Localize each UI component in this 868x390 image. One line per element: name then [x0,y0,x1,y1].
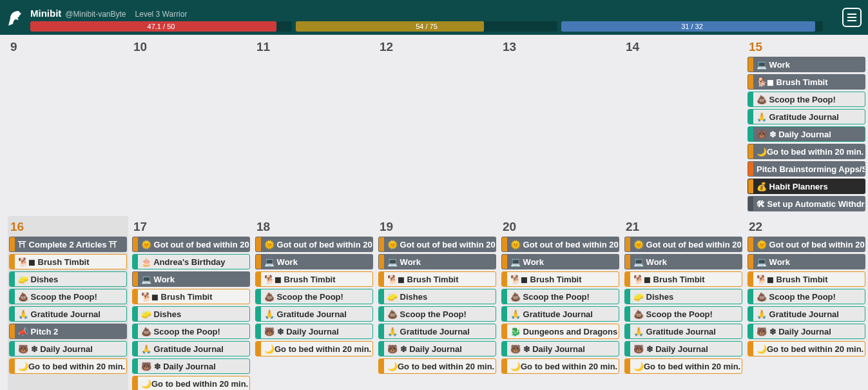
task-item[interactable]: 💩 Scoop the Poop! [624,306,742,322]
task-stripe [625,237,630,251]
task-item[interactable]: 🌞 Got out of bed within 20 ... [255,237,373,252]
task-label: 🙏 Gratitude Journal [630,327,742,336]
calendar: 9101112131415💻 Work🐕◼ Brush Timbit💩 Scoo… [0,35,868,390]
task-item[interactable]: 🌙Go to bed within 20 min. ... [501,358,619,374]
task-item[interactable]: 🌞 Got out of bed within 20 ... [747,237,865,252]
task-item[interactable]: 💰 Habit Planners [747,179,865,194]
task-stripe [625,272,630,286]
task-item[interactable]: 💩 Scoop the Poop! [255,289,373,304]
task-stripe [379,324,384,338]
task-label: 💩 Scoop the Poop! [384,309,496,319]
task-label: 🌞 Got out of bed within 20 ... [384,240,496,249]
task-item[interactable]: 🙏 Gratitude Journal [378,324,496,339]
task-item[interactable]: 📣 Pitch 2 [9,324,127,339]
task-stripe [748,324,753,338]
task-item[interactable]: 🌞 Got out of bed within 20 ... [132,237,250,252]
task-item[interactable]: 🐕◼ Brush Timbit [9,254,127,269]
task-item[interactable]: 💻 Work [747,254,865,269]
task-item[interactable]: 🐕◼ Brush Timbit [132,289,250,304]
task-stripe [133,307,138,321]
day-number: 12 [377,39,497,57]
task-stripe [379,272,384,286]
task-label: 💩 Scoop the Poop! [753,292,865,302]
task-stripe [256,324,261,338]
task-label: 💩 Scoop the Poop! [138,327,249,336]
task-item[interactable]: 🌞 Got out of bed within 20 ... [378,237,496,252]
task-item[interactable]: 💻 Work [501,254,619,269]
task-item[interactable]: 🙏 Gratitude Journal [132,341,250,356]
task-item[interactable]: 🐻 ❄ Daily Journal [132,358,250,374]
task-item[interactable]: 🌞 Got out of bed within 20 ... [624,237,742,252]
task-item[interactable]: 🛠 Set up Automatic Withdr... [747,196,865,211]
task-stripe [379,359,384,373]
task-item[interactable]: ⛩ Complete 2 Articles ⛩ [9,237,127,252]
task-item[interactable]: 🐕◼ Brush Timbit [378,271,496,287]
task-item[interactable]: 💻 Work [378,254,496,269]
task-label: 💰 Habit Planners [753,182,865,191]
task-item[interactable]: 🙏 Gratitude Journal [501,306,619,322]
task-item[interactable]: 💩 Scoop the Poop! [132,324,250,339]
task-item[interactable]: 🐻 ❄ Daily Journal [624,341,742,356]
task-stripe [10,272,15,286]
task-item[interactable]: 🙏 Gratitude Journal [747,109,865,124]
task-item[interactable]: 🌙Go to bed within 20 min. ... [255,341,373,356]
task-item[interactable]: 💩 Scoop the Poop! [501,289,619,304]
task-item[interactable]: 🐕◼ Brush Timbit [747,74,865,90]
task-item[interactable]: 🌙Go to bed within 20 min. ... [9,358,127,374]
xp-text: 54 / 75 [296,21,557,32]
task-item[interactable]: 🐕◼ Brush Timbit [624,271,742,287]
task-item[interactable]: 🙏 Gratitude Journal [255,306,373,322]
task-item[interactable]: 🧽 Dishes [9,271,127,287]
task-item[interactable]: 🌙Go to bed within 20 min. ... [624,358,742,374]
app-header: Minibit @Minibit-vanByte Level 3 Warrior… [0,0,868,35]
task-label: 🐕◼ Brush Timbit [507,275,619,284]
task-item[interactable]: 🐕◼ Brush Timbit [255,271,373,287]
task-item[interactable]: 🧽 Dishes [624,289,742,304]
task-label: 🙏 Gratitude Journal [507,309,619,319]
task-label: 💻 Work [384,257,496,267]
task-item[interactable]: Pitch Brainstorming Apps/S... [747,161,865,177]
task-item[interactable]: 🌙Go to bed within 20 min. ... [747,144,865,159]
day-number: 9 [8,39,128,57]
task-item[interactable]: 🐻 ❄ Daily Journal [747,324,865,339]
task-item[interactable]: 💻 Work [747,57,865,72]
task-item[interactable]: 💩 Scoop the Poop! [747,289,865,304]
task-item[interactable]: 🌙Go to bed within 20 min. ... [747,341,865,356]
task-label: 🌞 Got out of bed within 20 ... [630,240,742,249]
task-stripe [748,92,753,106]
task-item[interactable]: 🧽 Dishes [378,289,496,304]
task-label: 🐕◼ Brush Timbit [15,257,126,267]
task-item[interactable]: 🧽 Dishes [132,306,250,322]
task-item[interactable]: 💻 Work [624,254,742,269]
task-item[interactable]: 🐕◼ Brush Timbit [501,271,619,287]
task-stripe [10,359,15,373]
task-item[interactable]: 🐻 ❄ Daily Journal [747,126,865,142]
menu-button[interactable] [842,8,862,27]
task-stripe [748,255,753,269]
task-item[interactable]: 💻 Work [255,254,373,269]
task-item[interactable]: 🐕◼ Brush Timbit [747,271,865,287]
task-item[interactable]: 💩 Scoop the Poop! [747,92,865,107]
task-stripe [10,342,15,356]
task-item[interactable]: 🌙Go to bed within 20 min. ... [132,376,250,390]
task-stripe [10,324,15,338]
task-item[interactable]: 🌞 Got out of bed within 20 ... [501,237,619,252]
task-item[interactable]: 🙏 Gratitude Journal [747,306,865,322]
task-item[interactable]: 🐉 Dungeons and Dragons ... [501,324,619,339]
task-item[interactable]: 🐻 ❄ Daily Journal [378,341,496,356]
task-item[interactable]: 💩 Scoop the Poop! [9,289,127,304]
task-label: 🐻 ❄ Daily Journal [261,327,372,336]
task-item[interactable]: 💩 Scoop the Poop! [378,306,496,322]
calendar-day: 18🌞 Got out of bed within 20 ...💻 Work🐕◼… [254,216,374,390]
task-item[interactable]: 🙏 Gratitude Journal [624,324,742,339]
task-item[interactable]: 🐻 ❄ Daily Journal [501,341,619,356]
task-item[interactable]: 🌙Go to bed within 20 min. ... [378,358,496,374]
day-number: 22 [746,219,867,237]
task-label: 🌙Go to bed within 20 min. ... [753,344,865,354]
task-item[interactable]: 🐻 ❄ Daily Journal [255,324,373,339]
task-item[interactable]: 🙏 Gratitude Journal [9,306,127,322]
task-stripe [748,237,753,251]
task-item[interactable]: 🐻 ❄ Daily Journal [9,341,127,356]
task-item[interactable]: 💻 Work [132,271,250,287]
task-item[interactable]: 🎂 Andrea's Birthday [132,254,250,269]
